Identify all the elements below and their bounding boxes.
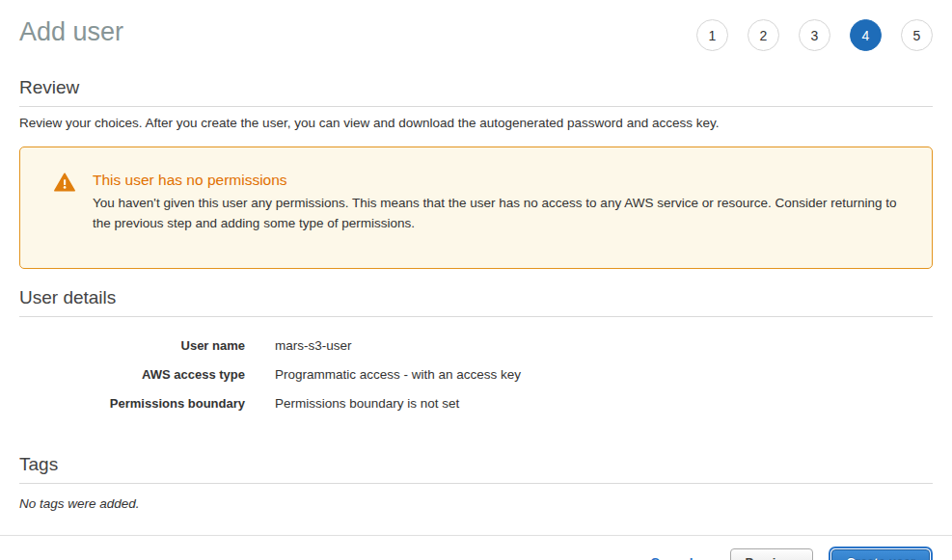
- detail-label: AWS access type: [19, 367, 245, 382]
- detail-row-user-name: User name mars-s3-user: [19, 332, 933, 360]
- add-user-page: Add user 1 2 3 4 5 Review Review your ch…: [0, 0, 952, 511]
- warning-triangle-icon: [54, 173, 75, 192]
- step-2[interactable]: 2: [748, 19, 779, 51]
- detail-row-access-type: AWS access type Programmatic access - wi…: [19, 360, 933, 389]
- detail-label: Permissions boundary: [19, 396, 245, 411]
- detail-label: User name: [19, 338, 245, 353]
- tags-divider: [19, 483, 933, 484]
- step-1[interactable]: 1: [696, 19, 728, 51]
- user-details-section: User details User name mars-s3-user AWS …: [19, 287, 933, 418]
- user-details-divider: [19, 316, 933, 317]
- review-section: Review Review your choices. After you cr…: [19, 77, 933, 130]
- warning-body: You haven't given this user any permissi…: [93, 193, 898, 233]
- detail-value: Programmatic access - with an access key: [275, 367, 521, 382]
- user-details-rows: User name mars-s3-user AWS access type P…: [19, 332, 933, 418]
- tags-section: Tags No tags were added.: [19, 454, 933, 511]
- page-header: Add user 1 2 3 4 5: [19, 0, 933, 51]
- review-divider: [19, 106, 933, 107]
- warning-title: This user has no permissions: [93, 172, 898, 189]
- step-4-active[interactable]: 4: [850, 19, 882, 51]
- user-details-heading: User details: [19, 287, 933, 308]
- create-user-button[interactable]: Create user: [831, 549, 930, 560]
- tags-heading: Tags: [19, 454, 933, 475]
- detail-value: Permissions boundary is not set: [275, 396, 459, 411]
- detail-value: mars-s3-user: [275, 338, 352, 353]
- step-indicator: 1 2 3 4 5: [696, 15, 933, 51]
- page-title: Add user: [19, 15, 123, 48]
- no-permissions-warning-box: This user has no permissions You haven't…: [19, 147, 933, 269]
- review-description: Review your choices. After you create th…: [19, 116, 933, 130]
- cancel-button[interactable]: Cancel: [650, 555, 693, 560]
- previous-button[interactable]: Previous: [730, 548, 814, 560]
- step-3[interactable]: 3: [799, 19, 830, 51]
- tags-empty-message: No tags were added.: [19, 496, 933, 511]
- step-5[interactable]: 5: [901, 19, 933, 51]
- create-user-focus-ring: Create user: [829, 547, 933, 560]
- footer-actions: Cancel Previous Create user: [0, 535, 952, 560]
- warning-content: This user has no permissions You haven't…: [93, 172, 898, 233]
- detail-row-permissions-boundary: Permissions boundary Permissions boundar…: [19, 389, 933, 418]
- review-heading: Review: [19, 77, 933, 98]
